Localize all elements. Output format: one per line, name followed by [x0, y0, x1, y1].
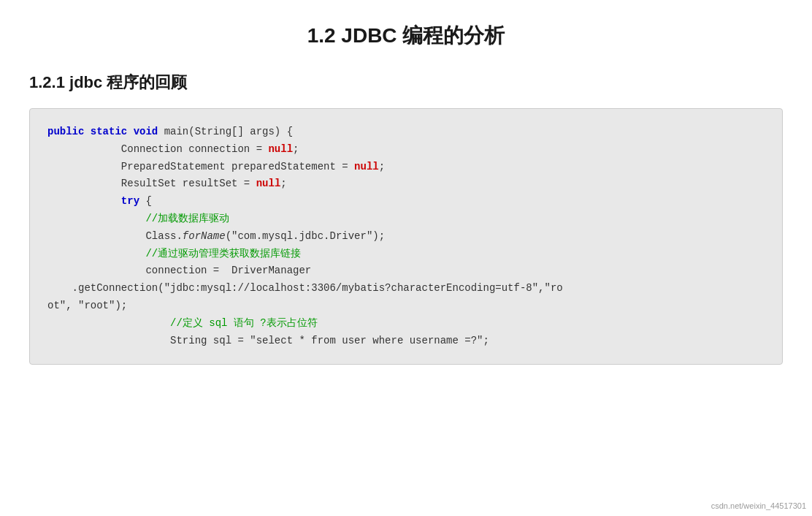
code-line-5: try { [47, 193, 765, 210]
keyword-try: try [121, 195, 146, 207]
code-text: .getConnection("jdbc:mysql://localhost:3… [72, 282, 563, 294]
section-title: 1.2.1 jdbc 程序的回顾 [29, 72, 783, 94]
code-line-10: .getConnection("jdbc:mysql://localhost:3… [47, 280, 765, 297]
code-text: Class. [145, 230, 182, 242]
code-line-11: ot", "root"); [47, 297, 765, 315]
code-line-13: String sql = "select * from user where u… [47, 333, 765, 350]
code-line-1: public static void main(String[] args) { [47, 124, 765, 141]
keyword-null: null [268, 143, 293, 155]
code-text: PreparedStatement preparedStatement = [121, 161, 354, 172]
code-text: ; [379, 161, 385, 172]
page-title: 1.2 JDBC 编程的分析 [29, 15, 783, 50]
code-text: ; [280, 178, 286, 189]
code-line-12: //定义 sql 语句 ?表示占位符 [47, 315, 765, 333]
keyword-null: null [354, 161, 379, 172]
code-text: { [145, 195, 151, 207]
code-text: String sql = "select * from user where u… [145, 335, 489, 346]
comment-load-driver: //加载数据库驱动 [145, 213, 229, 224]
code-method: forName [183, 230, 226, 242]
code-line-9: connection = DriverManager [47, 262, 765, 280]
comment-define-sql: //定义 sql 语句 ?表示占位符 [145, 317, 317, 329]
code-line-3: PreparedStatement preparedStatement = nu… [47, 159, 765, 176]
page-container: 字 1.2 JDBC 编程的分析 1.2.1 jdbc 程序的回顾 public… [0, 0, 812, 516]
keyword-static: static [91, 126, 134, 137]
keyword-void: void [134, 126, 164, 137]
code-text: connection = DriverManager [145, 265, 311, 276]
code-block: public static void main(String[] args) {… [29, 108, 783, 365]
keyword-null: null [256, 178, 281, 189]
code-text: ; [293, 143, 299, 155]
code-text: ("com.mysql.jdbc.Driver"); [226, 230, 385, 242]
code-line-4: ResultSet resultSet = null; [47, 175, 765, 193]
comment-get-connection: //通过驱动管理类获取数据库链接 [145, 248, 301, 259]
keyword-public: public [47, 126, 91, 137]
csdn-watermark: csdn.net/weixin_44517301 [711, 501, 806, 510]
code-line-2: Connection connection = null; [47, 141, 765, 159]
code-line-7: Class.forName("com.mysql.jdbc.Driver"); [47, 228, 765, 246]
code-text: ResultSet resultSet = [121, 178, 256, 189]
code-text: ot", "root"); [47, 300, 127, 311]
code-line-6: //加载数据库驱动 [47, 210, 765, 228]
code-text: main(String[] args) { [164, 126, 293, 137]
code-line-8: //通过驱动管理类获取数据库链接 [47, 246, 765, 263]
code-text: Connection connection = [121, 143, 269, 155]
